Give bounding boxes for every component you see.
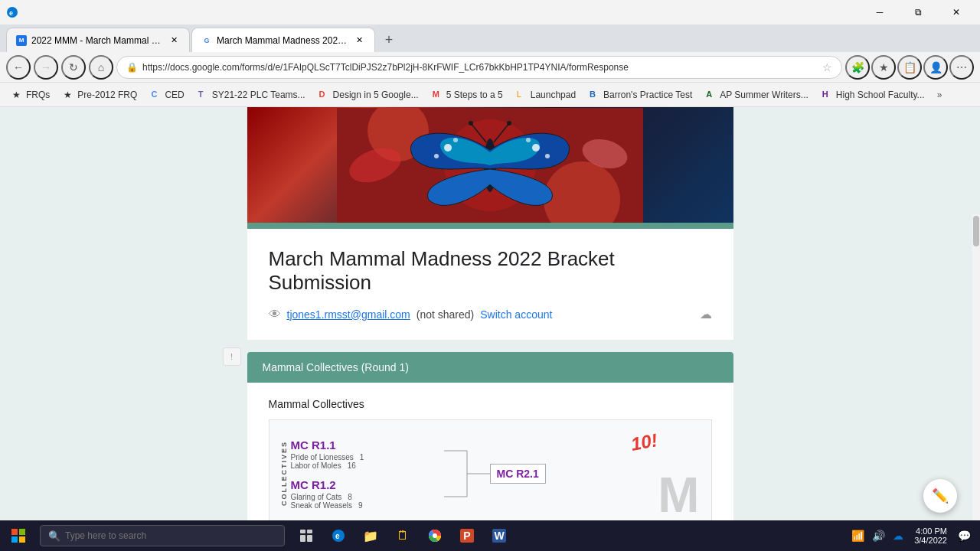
bookmark-ced[interactable]: C CED: [145, 86, 190, 103]
mc-r2-1-label: MC R2.1: [497, 468, 539, 480]
round2-matches: MC R2.1: [490, 428, 546, 520]
minimize-button[interactable]: ─: [862, 0, 897, 24]
tab-2-close[interactable]: ✕: [353, 34, 365, 47]
taskbar-taskview[interactable]: [291, 520, 322, 551]
taskbar-search-box[interactable]: 🔍: [40, 525, 285, 546]
svg-point-34: [433, 533, 437, 538]
svg-rect-29: [300, 535, 305, 542]
scrollbar[interactable]: [972, 214, 980, 551]
network-icon[interactable]: 📶: [848, 530, 867, 542]
bookmark-frqs[interactable]: ★ FRQs: [6, 86, 56, 103]
mc-r1-1-team2: Labor of Moles: [291, 461, 341, 470]
edge-taskbar-icon: e: [332, 529, 345, 543]
collectives-vertical-label: COLLECTIVES: [277, 438, 291, 509]
bookmark-ap[interactable]: A AP Summer Writers...: [700, 86, 815, 103]
settings-button[interactable]: ⋯: [949, 55, 974, 80]
taskbar-powerpoint[interactable]: P: [452, 520, 482, 551]
switch-account-link[interactable]: Switch account: [480, 308, 552, 321]
bookmark-ced-icon: C: [151, 90, 162, 100]
bookmark-teams[interactable]: T SY21-22 PLC Teams...: [192, 86, 312, 103]
notification-icon[interactable]: 💬: [955, 530, 974, 542]
bookmark-teams-label: SY21-22 PLC Teams...: [212, 90, 305, 100]
bookmark-frqs-icon: ★: [12, 90, 23, 100]
svg-rect-23: [11, 529, 18, 535]
account-button[interactable]: 👤: [923, 55, 948, 80]
match-mc-r1-2: MC R1.2 Glaring of Cats 8 Sneak of Wease…: [291, 478, 444, 510]
svg-point-18: [507, 121, 511, 126]
sticky-icon: 🗒: [397, 529, 409, 543]
watermark-number: 10!: [629, 429, 659, 455]
chrome-icon: [428, 529, 442, 543]
mc-r1-2-label: MC R1.2: [291, 478, 444, 491]
forward-button[interactable]: →: [34, 55, 58, 80]
mc-r1-1-team1-row: Pride of Lionesses 1: [291, 453, 444, 461]
taskbar: 🔍 e 📁 🗒: [0, 520, 980, 551]
bookmark-launchpad[interactable]: L Launchpad: [511, 86, 582, 103]
bookmark-pre2012-label: Pre-2012 FRQ: [77, 90, 137, 100]
bookmark-design[interactable]: D Design in 5 Google...: [313, 86, 425, 103]
svg-text:e: e: [335, 532, 340, 540]
browser-window: e ─ ⧉ ✕ M 2022 MMM - March Mammal M... ✕…: [0, 0, 980, 551]
section-body: Mammal Collectives COLLECTIVES MC R1.1: [247, 383, 733, 543]
refresh-button[interactable]: ↻: [61, 55, 86, 80]
mc-r1-2-team2: Sneak of Weasels: [291, 501, 352, 510]
svg-rect-27: [300, 530, 305, 533]
taskbar-time[interactable]: 4:00 PM 3/4/2022: [908, 527, 953, 545]
edit-fab-button[interactable]: ✏️: [923, 479, 957, 513]
bookmark-5steps-label: 5 Steps to a 5: [446, 90, 503, 100]
tab-2-favicon: G: [201, 35, 212, 46]
bookmark-pre2012[interactable]: ★ Pre-2012 FRQ: [57, 86, 143, 103]
section-label: Mammal Collectives: [269, 398, 712, 410]
start-button[interactable]: [0, 520, 37, 551]
bookmark-5steps[interactable]: M 5 Steps to a 5: [426, 86, 509, 103]
bookmark-barrons[interactable]: B Barron's Practice Test: [583, 86, 698, 103]
cloud-save-icon: ☁: [700, 307, 712, 321]
title-bar: e ─ ⧉ ✕: [0, 0, 980, 24]
taskbar-sticky[interactable]: 🗒: [387, 520, 418, 551]
search-icon: 🔍: [48, 530, 60, 542]
bookmark-barrons-icon: B: [590, 90, 600, 100]
eye-icon: 👁: [269, 308, 281, 321]
tab-1[interactable]: M 2022 MMM - March Mammal M... ✕: [6, 28, 190, 52]
clock-time: 4:00 PM: [914, 527, 947, 536]
mc-r2-1-box: MC R2.1: [490, 464, 546, 484]
mc-r1-2-score2: 9: [358, 501, 363, 510]
tab-1-close[interactable]: ✕: [168, 34, 180, 47]
svg-point-11: [434, 154, 439, 158]
home-button[interactable]: ⌂: [89, 55, 113, 80]
collections-button[interactable]: 📋: [897, 55, 922, 80]
scrollbar-thumb[interactable]: [973, 216, 979, 246]
onedrive-icon[interactable]: ☁: [890, 530, 906, 542]
favorites-button[interactable]: ★: [871, 55, 896, 80]
taskbar-chrome[interactable]: [420, 520, 450, 551]
svg-point-17: [469, 121, 473, 126]
new-tab-button[interactable]: +: [377, 28, 401, 52]
mc-r1-1-team1: Pride of Lionesses: [291, 453, 354, 461]
star-icon[interactable]: ☆: [822, 61, 832, 73]
extensions-button[interactable]: 🧩: [845, 55, 870, 80]
bookmark-ap-label: AP Summer Writers...: [720, 90, 808, 100]
mc-r1-1-team2-row: Labor of Moles 16: [291, 461, 444, 470]
taskbar-search-input[interactable]: [65, 530, 276, 541]
taskbar-word[interactable]: W: [484, 520, 514, 551]
error-indicator: !: [223, 347, 241, 366]
maximize-button[interactable]: ⧉: [900, 0, 936, 24]
word-icon: W: [492, 529, 506, 543]
mc-r1-1-score2: 16: [348, 461, 356, 470]
tab-2[interactable]: G March Mammal Madness 2022 B... ✕: [191, 28, 375, 52]
account-email[interactable]: tjones1.rmsst@gmail.com: [287, 308, 410, 321]
volume-icon[interactable]: 🔊: [869, 530, 888, 542]
bookmark-highschool[interactable]: H High School Faculty...: [816, 86, 931, 103]
taskbar-right: 📶 🔊 ☁ 4:00 PM 3/4/2022 💬: [848, 527, 980, 545]
close-button[interactable]: ✕: [939, 0, 974, 24]
taskbar-edge[interactable]: e: [323, 520, 354, 551]
back-button[interactable]: ←: [6, 55, 31, 80]
clock-date: 3/4/2022: [914, 536, 947, 545]
bookmark-highschool-label: High School Faculty...: [836, 90, 925, 100]
address-bar[interactable]: 🔒 https://docs.google.com/forms/d/e/1FAI…: [116, 56, 842, 79]
bookmarks-bar: ★ FRQs ★ Pre-2012 FRQ C CED T SY21-22 PL…: [0, 83, 980, 107]
more-bookmarks-button[interactable]: »: [933, 86, 947, 103]
powerpoint-icon: P: [460, 529, 474, 543]
svg-rect-25: [11, 536, 18, 543]
taskbar-fileexplorer[interactable]: 📁: [355, 520, 386, 551]
